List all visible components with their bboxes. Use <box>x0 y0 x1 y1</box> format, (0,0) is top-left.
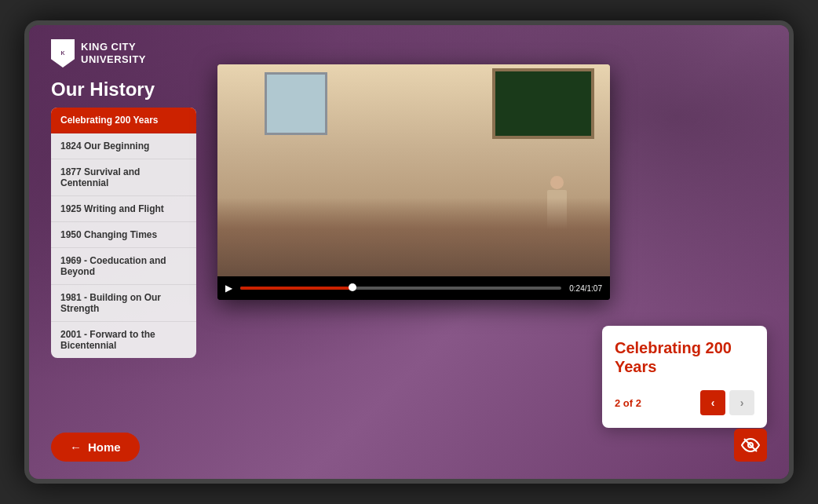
eye-icon <box>741 436 760 455</box>
video-player[interactable]: ▶ 0:24/1:07 <box>217 64 610 300</box>
video-time-display: 0:24/1:07 <box>569 284 602 293</box>
page-indicator: 2 of 2 <box>615 397 641 409</box>
home-button-label: Home <box>88 440 121 454</box>
classroom-blackboard <box>492 68 594 139</box>
video-frame <box>217 64 610 276</box>
info-card: Celebrating 200 Years 2 of 2 ‹ › <box>602 326 767 428</box>
sidebar-item-celebrating-200[interactable]: Celebrating 200 Years <box>51 108 196 133</box>
next-button[interactable]: › <box>729 390 754 415</box>
university-header: K King City University <box>51 39 146 68</box>
home-button[interactable]: ← Home <box>51 433 140 462</box>
sidebar-item-1925-writing[interactable]: 1925 Writing and Flight <box>51 196 196 222</box>
sidebar-item-1824-beginning[interactable]: 1824 Our Beginning <box>51 133 196 159</box>
classroom-window <box>265 72 327 135</box>
sidebar-item-1981-building[interactable]: 1981 - Building on Our Strength <box>51 285 196 322</box>
prev-button[interactable]: ‹ <box>700 390 725 415</box>
video-progress-fill <box>240 287 352 290</box>
sidebar-item-1877-survival[interactable]: 1877 Survival and Centennial <box>51 159 196 196</box>
monitor: K King City University Our History Celeb… <box>24 20 794 484</box>
info-card-bottom: 2 of 2 ‹ › <box>615 390 754 415</box>
sidebar-item-1969-coeducation[interactable]: 1969 - Coeducation and Beyond <box>51 248 196 285</box>
screen: K King City University Our History Celeb… <box>29 25 789 479</box>
university-name: King City University <box>81 41 146 65</box>
sidebar-menu: Celebrating 200 Years 1824 Our Beginning… <box>51 108 196 358</box>
university-shield: K <box>51 39 75 68</box>
sidebar-item-2001-forward[interactable]: 2001 - Forward to the Bicentennial <box>51 322 196 358</box>
video-controls: ▶ 0:24/1:07 <box>217 276 610 300</box>
video-progress-thumb <box>349 283 356 291</box>
accessibility-button[interactable] <box>734 429 767 462</box>
home-arrow-icon: ← <box>70 440 82 454</box>
sidebar-item-1950-changing[interactable]: 1950 Changing Times <box>51 222 196 248</box>
play-button[interactable]: ▶ <box>225 283 232 294</box>
info-card-title: Celebrating 200 Years <box>615 338 754 376</box>
nav-buttons: ‹ › <box>700 390 754 415</box>
classroom-students <box>217 198 610 276</box>
video-progress-bar[interactable] <box>240 287 561 290</box>
svg-text:K: K <box>60 50 64 56</box>
page-title: Our History <box>51 79 155 100</box>
